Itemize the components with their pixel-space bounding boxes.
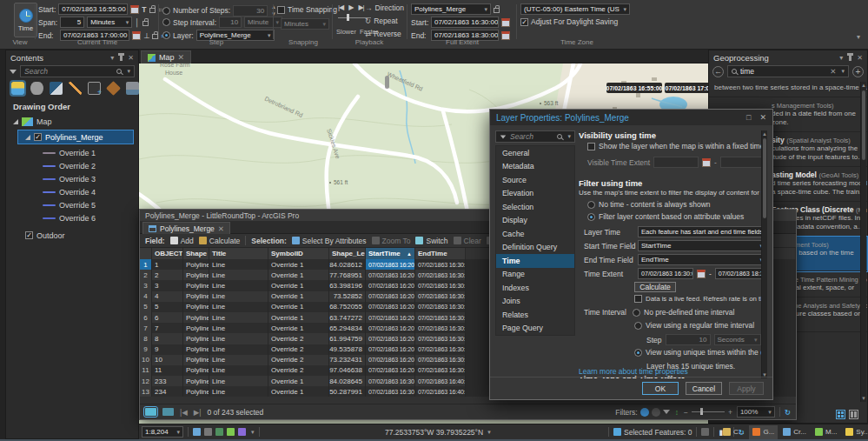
geoprocessing-search-input[interactable]: time ✕▾: [727, 65, 849, 77]
attribute-filter-icon[interactable]: [663, 410, 670, 414]
row-selector[interactable]: 1: [140, 259, 152, 270]
table-tab-polylines-merge[interactable]: Polylines_Merge ✕: [142, 222, 230, 234]
learn-more-link[interactable]: Learn more about time properties: [579, 367, 688, 376]
dock-tab-g[interactable]: G...: [749, 425, 778, 439]
close-icon[interactable]: ✕: [759, 113, 766, 122]
sound-toggle-icon[interactable]: [238, 428, 246, 436]
row-selector[interactable]: 13: [140, 386, 152, 397]
clear-selection-button[interactable]: Clear: [454, 237, 481, 245]
dialog-menu-indexes[interactable]: Indexes: [496, 281, 574, 295]
table-zoom-slider[interactable]: [692, 411, 725, 412]
number-of-steps-input[interactable]: 30: [233, 5, 268, 17]
dialog-menu-display[interactable]: Display: [496, 214, 574, 228]
split-view-icon[interactable]: [162, 408, 174, 416]
filter-icon[interactable]: [10, 70, 17, 74]
legend-item[interactable]: Override 6: [36, 211, 138, 224]
repeat-button[interactable]: Repeat: [374, 17, 397, 25]
globe-filter-icon[interactable]: [640, 408, 649, 417]
visible-extent-start-input[interactable]: [653, 157, 699, 168]
dialog-search-input[interactable]: Search ▾: [495, 130, 575, 143]
dialog-menu-metadata[interactable]: Metadata: [496, 160, 574, 174]
unique-times-radio[interactable]: [634, 349, 642, 357]
fixed-extent-checkbox[interactable]: [587, 143, 595, 150]
ribbon-collapse-icon[interactable]: ▾: [857, 33, 860, 41]
map-notification-icon[interactable]: [215, 428, 223, 436]
legend-item[interactable]: Override 3: [36, 172, 138, 185]
dialog-menu-relates[interactable]: Relates: [496, 308, 574, 322]
pin-icon[interactable]: [849, 54, 851, 61]
list-by-labeling-icon[interactable]: [126, 82, 139, 95]
number-of-steps-radio[interactable]: [162, 7, 170, 15]
calendar-icon[interactable]: [697, 270, 706, 278]
legend-item[interactable]: Override 2: [36, 159, 138, 172]
calendar-icon[interactable]: [130, 5, 139, 14]
pin-icon[interactable]: [120, 54, 123, 61]
last-record-icon[interactable]: ▶|: [194, 408, 202, 417]
span-value-input[interactable]: 5: [60, 17, 84, 28]
row-selector[interactable]: 12: [140, 376, 152, 386]
row-selector[interactable]: 4: [140, 291, 152, 302]
column-header-title[interactable]: Title: [209, 248, 268, 259]
time-slider-handle[interactable]: [385, 76, 389, 89]
close-icon[interactable]: ✕: [218, 224, 224, 233]
grid-view-icon[interactable]: [836, 410, 845, 419]
refresh-icon[interactable]: ↻: [785, 408, 791, 417]
dialog-menu-page-query[interactable]: Page Query: [496, 322, 574, 336]
dialog-titlebar[interactable]: Layer Properties: Polylines_Merge □ ✕: [490, 110, 772, 125]
step-interval-input[interactable]: 10: [219, 17, 242, 28]
time-snapping-checkbox[interactable]: [277, 6, 285, 14]
no-interval-radio[interactable]: [633, 309, 640, 317]
visible-extent-end-input[interactable]: [720, 157, 765, 168]
lock-extent-icon[interactable]: [494, 8, 500, 13]
current-start-input[interactable]: 07/02/1863 16:55:00: [58, 3, 128, 15]
zoom-in-icon[interactable]: +: [728, 408, 732, 417]
list-by-editing-icon[interactable]: [69, 82, 82, 95]
layer-visibility-checkbox[interactable]: [34, 133, 42, 141]
zoom-to-button[interactable]: Zoom To: [372, 237, 411, 245]
list-by-selection-icon[interactable]: [50, 82, 63, 95]
filter-by-attributes-radio[interactable]: [587, 213, 595, 221]
play-icon[interactable]: ▶: [348, 3, 353, 11]
column-header-symbolid[interactable]: SymbolID: [268, 248, 329, 259]
layer-time-dropdown[interactable]: Each feature has start and end time fiel…: [638, 226, 765, 237]
column-header-shape[interactable]: Shape *: [183, 248, 209, 259]
tree-item-polylines-merge[interactable]: Polylines_Merge: [18, 130, 133, 144]
column-header-objectid[interactable]: OBJECTID *: [152, 248, 183, 259]
lock-start-icon[interactable]: [149, 8, 156, 13]
grid-toggle-icon[interactable]: [204, 428, 212, 436]
dialog-menu-time[interactable]: Time: [496, 254, 574, 268]
row-selector[interactable]: 9: [140, 344, 152, 355]
tree-item-outdoor[interactable]: Outdoor: [18, 229, 138, 242]
dialog-menu-cache[interactable]: Cache: [496, 227, 574, 241]
cancel-button[interactable]: Cancel: [686, 382, 722, 395]
list-by-perspective-icon[interactable]: [106, 81, 121, 96]
layout-status-icon[interactable]: [701, 428, 709, 436]
column-header-starttime[interactable]: StartTime ▲: [366, 248, 415, 259]
calendar-icon[interactable]: [501, 18, 510, 27]
expand-icon[interactable]: [13, 119, 18, 124]
snapping-unit-dropdown[interactable]: Minutes▾: [281, 18, 329, 30]
column-header-endtime[interactable]: EndTime: [415, 248, 466, 259]
column-header-shapelength[interactable]: Shape_Length: [329, 248, 366, 259]
calendar-icon[interactable]: [702, 158, 711, 167]
span-unit-dropdown[interactable]: Minutes▾: [87, 17, 132, 28]
dock-tab-cr[interactable]: Cr...: [779, 425, 810, 439]
first-record-icon[interactable]: |◀: [180, 408, 188, 417]
regular-interval-radio[interactable]: [634, 322, 642, 330]
close-icon[interactable]: ✕: [857, 54, 863, 62]
ok-button[interactable]: OK: [642, 382, 679, 395]
row-selector[interactable]: 7: [140, 323, 152, 333]
full-extent-start-input[interactable]: 07/02/1863 16:30:00: [431, 17, 499, 28]
step-unit-dropdown[interactable]: Seconds▾: [714, 334, 761, 345]
reverse-button[interactable]: Reverse: [374, 30, 401, 38]
dialog-menu-definition-query[interactable]: Definition Query: [496, 241, 574, 255]
dialog-scrollbar[interactable]: ▲ ▼: [761, 130, 767, 378]
list-by-snapping-icon[interactable]: +: [88, 82, 101, 95]
list-view-icon[interactable]: [849, 410, 858, 419]
direction-button[interactable]: Direction: [375, 3, 405, 12]
apply-button[interactable]: Apply: [729, 382, 764, 395]
daylight-saving-checkbox[interactable]: [520, 18, 528, 26]
span-fix-icon[interactable]: │: [135, 18, 139, 27]
zoom-out-icon[interactable]: −: [684, 408, 688, 417]
dialog-menu-selection[interactable]: Selection: [496, 200, 574, 214]
